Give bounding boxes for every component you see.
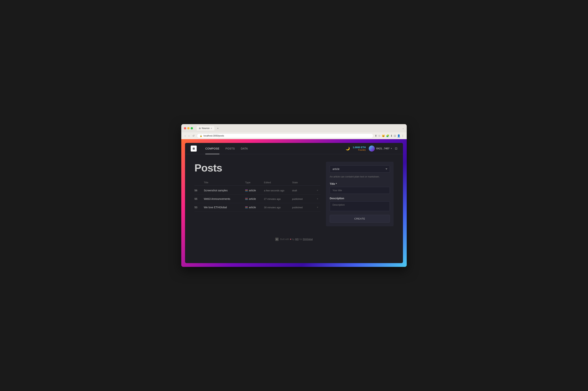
wallet-button[interactable]: 0X21...7457 ▾ [369, 146, 392, 152]
minimize-dot[interactable] [187, 127, 190, 129]
browser-window: ⊞ Nounce ✕ + ⌄ ‹ › ↺ 🔒 localhost:3000/po… [181, 124, 407, 267]
article-type-icon-2 [245, 198, 248, 200]
row-type-1: article [245, 189, 264, 192]
type-bar-y [245, 207, 248, 207]
row-delete-3[interactable]: × [315, 206, 320, 209]
eth-unit: ETH [361, 146, 366, 149]
type-description: An article can containt plain text or ma… [330, 175, 390, 179]
row-type-2: article [245, 197, 264, 200]
tab-title: Nounce [202, 127, 209, 130]
eth-balance: 1.0000 ETH Foundry [353, 146, 366, 151]
row-type-label-2: article [249, 197, 256, 200]
table-row[interactable]: 56 Screenshot samples article a few [195, 186, 320, 195]
description-input[interactable] [330, 201, 390, 211]
footer-author-link[interactable]: MD [295, 238, 299, 241]
row-type-label-1: article [249, 189, 256, 192]
tab-favicon: ⊞ [199, 127, 201, 130]
nav-item-compose[interactable]: COMPOSE [202, 143, 222, 154]
create-panel: article page note An article can contain… [326, 162, 393, 226]
app-nav: COMPOSE POSTS DATA [202, 143, 346, 154]
row-id-2: 55 [195, 197, 204, 200]
row-state-1: draft [292, 189, 315, 192]
footer-for: for [299, 238, 302, 241]
table-row[interactable]: 53 We love ETHGlobal article 30 min [195, 203, 320, 212]
browser-toolbar: ‹ › ↺ 🔒 localhost:3000/posts ⬆ ☆ 🐱 🧩 ⬇ ⊡… [181, 132, 407, 139]
title-label: Title * [330, 182, 390, 185]
reload-button[interactable]: ↺ [192, 134, 195, 138]
nav-label-posts: POSTS [225, 147, 235, 150]
sidebar-toggle[interactable]: ⊡ [394, 134, 396, 137]
logo-text: ⊞ [193, 147, 195, 150]
bookmark-icon[interactable]: ☆ [378, 134, 381, 137]
app-footer: ⊞ Built with ♥ by MD for EthGlobal [185, 234, 403, 245]
row-state-2: published [292, 197, 315, 200]
table-row[interactable]: 55 Web3 Announcements article 27 mi [195, 195, 320, 203]
forward-button[interactable]: › [188, 134, 190, 138]
app-logo[interactable]: ⊞ [191, 146, 197, 152]
nav-label-compose: COMPOSE [205, 147, 219, 150]
left-column: Posts Title Type Edited State [195, 162, 320, 226]
row-type-label-3: article [249, 206, 256, 209]
extension-icon2[interactable]: 🧩 [386, 134, 389, 137]
row-title-1: Screenshot samples [204, 189, 245, 192]
row-id-3: 53 [195, 206, 204, 209]
type-bar-c [245, 199, 248, 200]
wallet-address: 0X21...7457 [376, 147, 390, 150]
extension-icon1[interactable]: 🐱 [382, 134, 385, 137]
address-bar[interactable]: 🔒 localhost:3000/posts [197, 133, 373, 138]
address-bar-url: localhost:3000/posts [203, 134, 224, 137]
type-bar-1 [245, 190, 248, 190]
col-state: State [292, 181, 315, 184]
nav-item-data[interactable]: DATA [238, 143, 251, 154]
type-bar-2 [245, 190, 248, 191]
article-type-icon [245, 190, 248, 191]
eth-amount: 1.0000 ETH [353, 146, 366, 149]
type-bar-b [245, 199, 248, 199]
browser-titlebar: ⊞ Nounce ✕ + ⌄ [181, 124, 407, 132]
back-button[interactable]: ‹ [184, 134, 186, 138]
row-delete-1[interactable]: × [315, 189, 320, 192]
tab-close-button[interactable]: ✕ [211, 127, 212, 129]
window-controls: ⌄ [402, 127, 404, 130]
row-id-1: 56 [195, 189, 204, 192]
wallet-chevron-icon: ▾ [391, 147, 392, 149]
dark-mode-toggle[interactable]: 🌙 [346, 146, 350, 151]
row-edited-1: a few seconds ago [264, 189, 292, 192]
footer-logo: ⊞ [275, 238, 279, 241]
page-title: Posts [195, 162, 320, 174]
title-input[interactable] [330, 187, 390, 194]
menu-icon[interactable]: ⋮ [401, 134, 404, 137]
app-header: ⊞ COMPOSE POSTS DATA 🌙 [185, 143, 403, 154]
nav-item-posts[interactable]: POSTS [222, 143, 238, 154]
app-main: Posts Title Type Edited State [185, 154, 403, 234]
browser-dots [184, 127, 193, 129]
type-bar-x [245, 206, 248, 207]
col-delete [315, 181, 320, 184]
description-label: Description [330, 197, 390, 200]
create-button[interactable]: CREATE [330, 215, 390, 222]
maximize-dot[interactable] [191, 127, 193, 129]
wallet-avatar [369, 146, 375, 152]
footer-heart: ♥ [290, 238, 291, 241]
row-delete-2[interactable]: × [315, 197, 320, 200]
type-select[interactable]: article page note [330, 166, 390, 173]
footer-org-link[interactable]: EthGlobal [303, 238, 313, 241]
col-title: Title [204, 181, 245, 184]
lock-icon: 🔒 [200, 135, 202, 137]
new-tab-button[interactable]: + [217, 127, 218, 130]
browser-tab[interactable]: ⊞ Nounce ✕ [197, 126, 214, 130]
col-edited: Edited [264, 181, 292, 184]
download-icon[interactable]: ⬇ [390, 134, 393, 137]
posts-table: Title Type Edited State 56 Screenshot sa… [195, 180, 320, 212]
profile-icon[interactable]: 👤 [397, 134, 400, 137]
row-title-3: We love ETHGlobal [204, 206, 245, 209]
close-dot[interactable] [184, 127, 186, 129]
settings-button[interactable]: ⊡ [395, 147, 397, 150]
share-icon[interactable]: ⬆ [375, 134, 377, 137]
nav-label-data: DATA [241, 147, 248, 150]
eth-network: Foundry [358, 149, 366, 151]
app-container: ⊞ COMPOSE POSTS DATA 🌙 [185, 143, 403, 263]
app-background: ⊞ COMPOSE POSTS DATA 🌙 [181, 139, 407, 267]
row-edited-3: 30 minutes ago [264, 206, 292, 209]
article-type-icon-3 [245, 206, 248, 208]
